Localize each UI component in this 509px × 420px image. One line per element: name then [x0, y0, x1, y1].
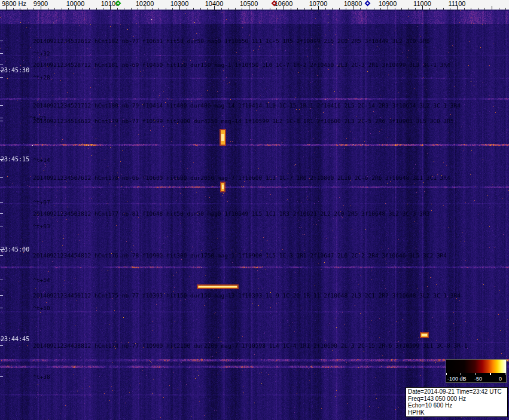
freq-tick-minor	[68, 8, 69, 10]
freq-tick-minor	[505, 8, 506, 10]
info-echo: Echo=10 600 Hz	[408, 402, 505, 409]
freq-tick-minor	[159, 8, 159, 10]
freq-tick-minor	[332, 8, 333, 10]
freq-label-9800: 9800 Hz	[2, 1, 26, 7]
freq-label-10500: 10500	[240, 1, 258, 7]
freq-label-10600: 10600	[275, 1, 293, 7]
db-gradient-bar	[446, 360, 506, 373]
spectrogram-app: 20140921234532612 hCnt182 nb-77 f10651 h…	[0, 0, 509, 420]
status-info-box: Date=2014-09-21 Time=23:42 UTC Freq=143 …	[406, 387, 508, 417]
freq-tick-minor	[27, 8, 28, 10]
freq-label-9900: 9900	[33, 1, 48, 7]
freq-tick-minor	[409, 8, 409, 10]
freq-label-10800: 10800	[344, 1, 362, 7]
freq-tick-minor	[380, 8, 381, 10]
info-date-time: Date=2014-09-21 Time=23:42 UTC	[408, 388, 505, 396]
freq-tick-minor	[339, 8, 340, 10]
freq-tick-minor	[117, 8, 118, 10]
freq-tick-minor	[270, 8, 270, 10]
db-scale-ticks	[446, 373, 506, 375]
db-scale-legend: -100 dB-500	[446, 359, 507, 383]
freq-tick-major	[492, 6, 492, 10]
freq-tick-minor	[367, 8, 367, 10]
freq-tick-minor	[187, 8, 187, 10]
freq-tick-minor	[346, 8, 346, 10]
freq-tick-minor	[401, 8, 402, 10]
freq-label-10300: 10300	[170, 1, 189, 7]
freq-tick-minor	[429, 8, 430, 10]
freq-tick-minor	[54, 8, 55, 10]
freq-tick-minor	[471, 8, 471, 10]
freq-tick-minor	[311, 8, 312, 10]
freq-label-10700: 10700	[309, 1, 328, 7]
freq-tick-minor	[478, 8, 478, 10]
freq-tick-minor	[276, 8, 277, 10]
freq-tick-minor	[33, 8, 34, 10]
freq-tick-minor	[291, 8, 291, 10]
db-scale-label: -100 dB	[447, 376, 467, 382]
freq-tick-minor	[360, 8, 361, 10]
freq-tick-minor	[48, 8, 48, 10]
freq-tick-minor	[172, 8, 173, 10]
freq-tick-minor	[228, 8, 228, 10]
freq-tick-minor	[263, 8, 263, 10]
freq-tick-minor	[443, 8, 444, 10]
freq-label-11000: 11000	[413, 1, 431, 7]
db-scale-label: -50	[474, 376, 482, 382]
freq-tick-minor	[138, 8, 138, 10]
freq-tick-minor	[200, 8, 201, 10]
frequency-ruler: 9800 Hz990010000101001020010300104001050…	[0, 0, 509, 10]
freq-tick-minor	[256, 8, 257, 10]
freq-label-10900: 10900	[379, 1, 397, 7]
freq-label-10000: 10000	[66, 1, 85, 7]
freq-tick-minor	[124, 8, 124, 10]
info-station-id: HPHK	[408, 409, 505, 416]
freq-label-11100: 11100	[449, 1, 466, 7]
freq-tick-minor	[499, 8, 499, 10]
db-scale-label: 0	[499, 376, 502, 382]
freq-tick-minor	[436, 8, 437, 10]
freq-tick-minor	[235, 8, 236, 10]
freq-tick-minor	[83, 8, 83, 10]
freq-tick-minor	[193, 8, 194, 10]
spectrogram-display[interactable]	[0, 10, 509, 420]
freq-tick-minor	[131, 8, 132, 10]
freq-tick-minor	[304, 8, 305, 10]
freq-label-10400: 10400	[205, 1, 224, 7]
freq-tick-minor	[207, 8, 208, 10]
freq-tick-minor	[13, 8, 14, 10]
freq-marker-blue-icon[interactable]	[365, 1, 371, 7]
freq-tick-minor	[152, 8, 153, 10]
freq-tick-minor	[62, 8, 62, 10]
freq-tick-minor	[484, 8, 485, 10]
freq-tick-minor	[103, 8, 103, 10]
freq-tick-minor	[20, 8, 20, 10]
freq-tick-minor	[242, 8, 242, 10]
info-frequency: Freq=143 050 000 Hz	[408, 396, 505, 403]
freq-tick-minor	[374, 8, 374, 10]
freq-tick-minor	[96, 8, 97, 10]
freq-tick-minor	[221, 8, 222, 10]
freq-tick-minor	[395, 8, 395, 10]
freq-tick-minor	[89, 8, 90, 10]
freq-tick-minor	[464, 8, 465, 10]
freq-tick-minor	[325, 8, 326, 10]
freq-tick-minor	[166, 8, 166, 10]
freq-tick-minor	[450, 8, 450, 10]
freq-tick-minor	[297, 8, 298, 10]
freq-tick-minor	[415, 8, 416, 10]
freq-label-10200: 10200	[136, 1, 154, 7]
